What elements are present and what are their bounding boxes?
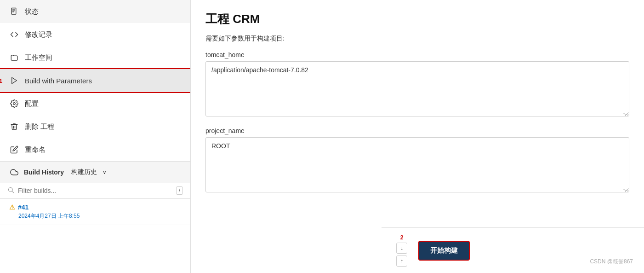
sidebar-item-status[interactable]: 状态 bbox=[0, 0, 190, 23]
page-subtitle: 需要如下参数用于构建项目: bbox=[205, 35, 629, 43]
pencil-icon bbox=[9, 145, 19, 155]
sidebar-item-rename[interactable]: 重命名 bbox=[0, 138, 190, 161]
file-icon bbox=[9, 6, 19, 17]
sidebar-item-workspace[interactable]: 工作空间 bbox=[0, 46, 190, 69]
gear-icon bbox=[9, 99, 19, 109]
build-number: ⚠ #41 bbox=[9, 203, 181, 211]
svg-line-7 bbox=[12, 192, 14, 193]
build-history-subtitle: 构建历史 bbox=[71, 168, 97, 176]
sidebar-item-label-delete: 删除 工程 bbox=[25, 122, 54, 131]
bottom-bar: 2 ↓ ↑ 开始构建 bbox=[382, 227, 644, 273]
sidebar-item-delete[interactable]: 删除 工程 bbox=[0, 115, 190, 138]
sidebar-item-label-changes: 修改记录 bbox=[25, 30, 52, 39]
sidebar-item-label-configure: 配置 bbox=[25, 99, 39, 108]
svg-point-5 bbox=[13, 103, 16, 105]
build-date: 2024年4月27日 上午8:55 bbox=[9, 212, 181, 220]
build-item-41[interactable]: ⚠ #41 2024年4月27日 上午8:55 bbox=[0, 199, 190, 225]
svg-point-6 bbox=[9, 188, 13, 192]
build-history-title: Build History bbox=[24, 168, 64, 176]
warning-icon: ⚠ bbox=[9, 203, 15, 211]
sidebar-item-build-with-params[interactable]: 1 Build with Parameters bbox=[0, 69, 190, 92]
watermark: CSDN @筱誉867 bbox=[590, 258, 633, 266]
svg-rect-0 bbox=[11, 8, 16, 15]
folder-icon bbox=[9, 52, 19, 63]
sidebar: 状态 修改记录 工作空间 1 Build with Parameters 配置 … bbox=[0, 0, 191, 273]
step-badge-1: 1 bbox=[0, 77, 2, 84]
search-icon bbox=[7, 186, 14, 195]
scroll-up-arrow[interactable]: ↑ bbox=[396, 256, 407, 267]
sidebar-item-label-build-with-params: Build with Parameters bbox=[25, 77, 92, 85]
sidebar-item-label-rename: 重命名 bbox=[25, 145, 46, 154]
param-label-tomcat-home: tomcat_home bbox=[205, 51, 629, 58]
code-icon bbox=[9, 29, 19, 40]
tomcat-home-input[interactable] bbox=[205, 61, 629, 116]
step-badge-2: 2 bbox=[400, 234, 404, 241]
param-label-project-name: project_name bbox=[205, 127, 629, 134]
chevron-down-icon: ∨ bbox=[103, 169, 107, 175]
cloud-icon bbox=[9, 167, 19, 177]
main-content: 工程 CRM 需要如下参数用于构建项目: tomcat_home ⤡ proje… bbox=[191, 0, 644, 214]
tomcat-home-wrapper: ⤡ bbox=[205, 61, 629, 118]
scroll-down-arrow[interactable]: ↓ bbox=[396, 243, 407, 254]
sidebar-item-configure[interactable]: 配置 bbox=[0, 92, 190, 115]
filter-builds-input[interactable] bbox=[18, 187, 172, 194]
play-icon bbox=[9, 76, 19, 86]
page-title: 工程 CRM bbox=[205, 11, 629, 27]
sidebar-item-label-workspace: 工作空间 bbox=[25, 53, 52, 62]
project-name-input[interactable] bbox=[205, 137, 629, 192]
shortcut-badge: / bbox=[176, 186, 183, 195]
filter-builds-container: / bbox=[0, 183, 190, 199]
build-history-header[interactable]: Build History 构建历史 ∨ bbox=[0, 161, 190, 183]
trash-icon bbox=[9, 122, 19, 132]
project-name-wrapper: ⤡ bbox=[205, 137, 629, 194]
sidebar-item-changes[interactable]: 修改记录 bbox=[0, 23, 190, 46]
svg-marker-4 bbox=[12, 77, 17, 84]
sidebar-item-label-status: 状态 bbox=[25, 7, 39, 16]
build-button[interactable]: 开始构建 bbox=[418, 241, 470, 261]
